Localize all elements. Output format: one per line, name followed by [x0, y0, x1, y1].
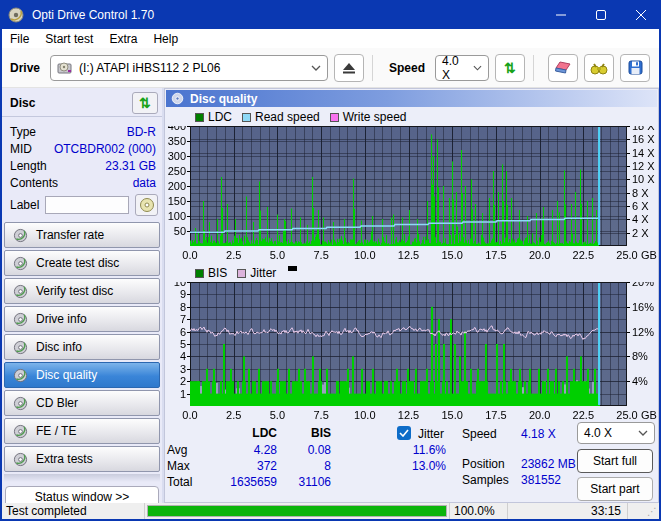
drive-icon	[57, 61, 73, 75]
legend-item: Write speed	[330, 110, 407, 124]
jitter-checkbox-label[interactable]: Jitter	[418, 427, 444, 441]
menu-item-help[interactable]: Help	[145, 30, 186, 48]
disc-info-value: BD-R	[127, 125, 156, 139]
legend-swatch	[195, 269, 204, 278]
start-full-button[interactable]: Start full	[577, 449, 653, 473]
menu-item-start-test[interactable]: Start test	[37, 30, 101, 48]
sidebar: Transfer rateCreate test discVerify test…	[2, 220, 162, 472]
legend-label: Jitter	[250, 266, 276, 280]
disc-quality-icon	[13, 368, 28, 383]
progress-percent: 100.0%	[450, 503, 508, 519]
disc-info-row: TypeBD-R	[10, 123, 156, 140]
fe-te-icon	[13, 424, 28, 439]
sidebar-item-label: Transfer rate	[36, 228, 104, 242]
save-button[interactable]	[620, 54, 650, 82]
disc-label-row: Label	[2, 191, 162, 220]
toolbar-separator	[372, 55, 373, 81]
max-bis-value: 8	[279, 459, 331, 473]
legend-label: LDC	[208, 110, 232, 124]
test-speed-value: 4.0 X	[584, 426, 612, 440]
sidebar-item-label: CD Bler	[36, 396, 78, 410]
progress-segment	[145, 503, 450, 519]
menu-item-extra[interactable]: Extra	[101, 30, 145, 48]
minimize-button[interactable]	[541, 0, 581, 29]
total-bis-value: 31106	[279, 475, 331, 489]
progress-bar	[147, 505, 447, 517]
maximize-button[interactable]	[581, 0, 621, 29]
disc-info-label: MID	[10, 142, 32, 156]
app-window: Opti Drive Control 1.70 FileStart testEx…	[0, 0, 661, 521]
max-ldc-value: 372	[225, 459, 277, 473]
disc-info-value: data	[133, 176, 156, 190]
toolbar-separator	[533, 55, 534, 81]
chevron-down-icon	[638, 430, 648, 436]
legend-marker	[288, 266, 297, 271]
legend-item: Jitter	[237, 266, 276, 280]
eraser-icon	[554, 61, 572, 75]
disc-refresh-button[interactable]: ⇅	[132, 92, 158, 114]
verify-test-disc-icon	[13, 284, 28, 299]
jitter-checkbox[interactable]	[397, 426, 411, 440]
cd-bler-icon	[13, 396, 28, 411]
ldc-column-header: LDC	[225, 426, 277, 440]
titlebar: Opti Drive Control 1.70	[0, 0, 661, 29]
save-icon	[628, 60, 643, 75]
elapsed-time: 33:15	[508, 503, 628, 519]
create-test-disc-icon	[13, 256, 28, 271]
speed-stat-value: 4.18 X	[521, 427, 556, 441]
refresh-icon: ⇅	[139, 96, 151, 110]
close-button[interactable]	[621, 0, 661, 29]
sidebar-item-extra-tests[interactable]: Extra tests	[4, 446, 160, 472]
disc-icon	[139, 197, 155, 213]
label-input[interactable]	[45, 196, 129, 214]
chevron-down-icon	[311, 65, 321, 71]
binoculars-icon	[590, 61, 608, 75]
refresh-button[interactable]: ⇅	[495, 54, 525, 82]
sidebar-item-disc-quality[interactable]: Disc quality	[4, 362, 160, 388]
ldc-read-speed-chart	[165, 126, 657, 260]
speed-value: 4.0 X	[442, 54, 467, 82]
sidebar-item-cd-bler[interactable]: CD Bler	[4, 390, 160, 416]
eject-button[interactable]	[334, 54, 364, 82]
test-speed-select[interactable]: 4.0 X	[577, 422, 655, 444]
drive-label: Drive	[10, 61, 40, 75]
max-row-label: Max	[167, 459, 190, 473]
legend-label: Read speed	[255, 110, 320, 124]
legend-label: Write speed	[343, 110, 407, 124]
resize-grip[interactable]: ⋰	[647, 506, 659, 517]
search-button[interactable]	[584, 54, 614, 82]
sidebar-item-label: Verify test disc	[36, 284, 113, 298]
menu-item-file[interactable]: File	[2, 30, 37, 48]
disc-info-row: MIDOTCBDR002 (000)	[10, 140, 156, 157]
window-title: Opti Drive Control 1.70	[32, 8, 154, 22]
speed-select[interactable]: 4.0 X	[435, 55, 489, 81]
chevron-down-icon	[473, 65, 482, 71]
stats-panel: LDC BIS Jitter Avg 4.28 0.08 11.6% Max 3…	[165, 422, 658, 504]
position-stat-value: 23862 MB	[521, 457, 576, 471]
legend-item: Read speed	[242, 110, 320, 124]
progress-fill	[148, 506, 446, 516]
disc-label-caption: Label	[10, 198, 39, 212]
avg-row-label: Avg	[167, 443, 187, 457]
minimize-icon	[556, 10, 566, 20]
sidebar-item-transfer-rate[interactable]: Transfer rate	[4, 222, 160, 248]
toolbar: Drive (I:) ATAPI iHBS112 2 PL06 Speed 4.…	[2, 48, 659, 88]
samples-stat-value: 381552	[521, 473, 561, 487]
sidebar-item-verify-test-disc[interactable]: Verify test disc	[4, 278, 160, 304]
avg-jitter-value: 11.6%	[394, 443, 446, 457]
start-part-button[interactable]: Start part	[577, 477, 653, 501]
drive-select[interactable]: (I:) ATAPI iHBS112 2 PL06	[50, 55, 328, 81]
speed-stat-label: Speed	[462, 427, 497, 441]
eject-icon	[342, 62, 356, 74]
left-column: Disc ⇅ TypeBD-RMIDOTCBDR002 (000)Length2…	[2, 88, 162, 503]
sidebar-item-create-test-disc[interactable]: Create test disc	[4, 250, 160, 276]
sidebar-item-label: Disc quality	[36, 368, 97, 382]
avg-bis-value: 0.08	[279, 443, 331, 457]
write-label-button[interactable]	[135, 194, 158, 216]
panel-title: Disc quality	[190, 92, 257, 106]
erase-button[interactable]	[548, 54, 578, 82]
sidebar-item-fe-te[interactable]: FE / TE	[4, 418, 160, 444]
disc-info-value: 23.31 GB	[105, 159, 156, 173]
sidebar-item-drive-info[interactable]: Drive info	[4, 306, 160, 332]
sidebar-item-disc-info[interactable]: Disc info	[4, 334, 160, 360]
